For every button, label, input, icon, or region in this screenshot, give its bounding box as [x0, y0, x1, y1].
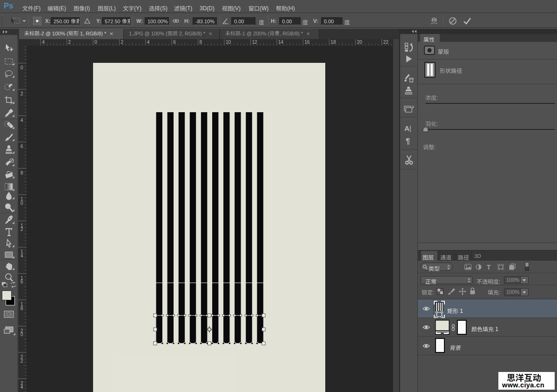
svg-text:4: 4 [20, 253, 23, 258]
svg-text:4: 4 [42, 40, 45, 45]
svg-text:0: 0 [94, 40, 97, 45]
svg-text:18: 18 [331, 40, 336, 45]
svg-text:2: 2 [20, 91, 23, 96]
svg-text:2: 2 [20, 227, 23, 232]
svg-text:6: 6 [173, 40, 176, 45]
svg-text:0: 0 [20, 201, 23, 206]
svg-text:4: 4 [147, 40, 150, 45]
svg-text:12: 12 [252, 40, 257, 45]
svg-text:8: 8 [20, 306, 23, 311]
svg-text:0: 0 [20, 332, 23, 337]
svg-text:0: 0 [20, 65, 23, 70]
svg-text:20: 20 [357, 40, 362, 45]
svg-text:14: 14 [278, 40, 284, 45]
svg-text:4: 4 [20, 118, 23, 123]
svg-text:8: 8 [200, 40, 202, 45]
svg-text:8: 8 [20, 170, 23, 176]
svg-text:2: 2 [68, 40, 71, 45]
svg-text:4: 4 [20, 385, 23, 390]
svg-text:16: 16 [304, 40, 310, 45]
svg-text:10: 10 [226, 40, 231, 45]
svg-text:2: 2 [121, 40, 123, 45]
svg-text:6: 6 [20, 279, 23, 284]
svg-text:2: 2 [20, 358, 23, 364]
svg-text:6: 6 [20, 144, 23, 149]
svg-text:22: 22 [383, 40, 389, 45]
